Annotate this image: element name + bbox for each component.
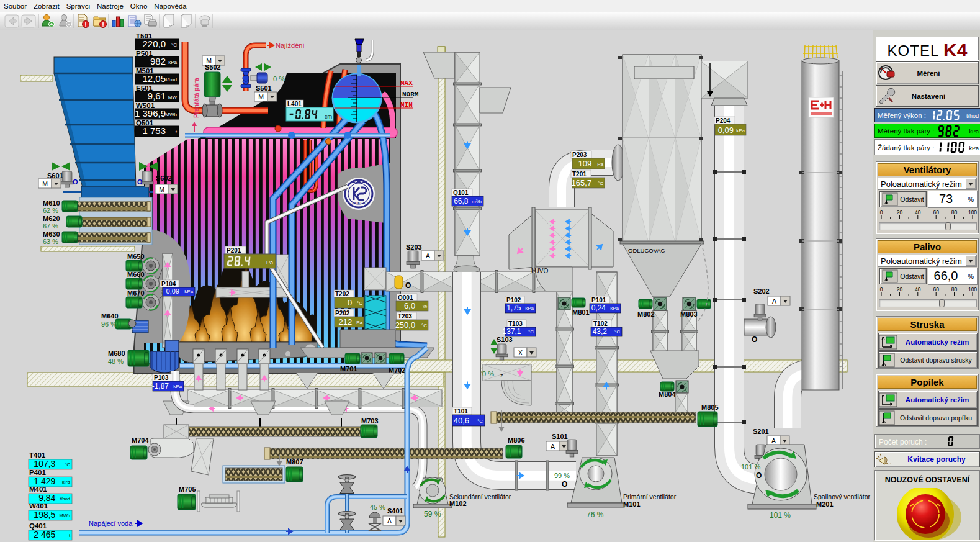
svg-text:1 396,9: 1 396,9 [135,108,166,119]
svg-text:0: 0 [348,298,352,307]
svg-text:M701: M701 [340,365,357,373]
svg-text:43,2: 43,2 [593,327,608,336]
svg-text:LUVO: LUVO [531,268,548,274]
svg-text:P203: P203 [572,151,587,158]
svg-text:Primární ventilátor: Primární ventilátor [623,493,677,500]
svg-text:A: A [772,297,776,305]
svg-text:t/hod: t/hod [60,496,70,502]
svg-text:S601: S601 [47,172,63,179]
svg-text:M: M [42,180,48,187]
svg-text:-1,87: -1,87 [152,382,169,391]
svg-text:40,6: 40,6 [454,416,469,425]
svg-text:MAX: MAX [400,79,413,87]
svg-text:S502: S502 [205,63,221,71]
svg-text:kPa: kPa [62,479,71,485]
svg-text:40: 40 [915,209,921,215]
svg-text:Najíždění: Najíždění [276,42,304,49]
svg-text:L401: L401 [287,101,302,107]
svg-text:kPa: kPa [173,384,182,389]
svg-text:198,5: 198,5 [34,510,55,520]
svg-text:W401: W401 [29,502,48,510]
svg-text:°C: °C [598,181,603,186]
svg-text:M801: M801 [572,309,590,316]
svg-text:O: O [752,335,757,344]
svg-text:M610: M610 [43,199,60,207]
svg-text:212: 212 [338,317,352,327]
svg-text:T201: T201 [572,171,587,178]
svg-text:O: O [562,480,567,489]
svg-text:250,0: 250,0 [395,320,416,330]
svg-text:M640: M640 [101,312,119,320]
svg-text:107,3: 107,3 [34,459,55,469]
svg-text:60: 60 [933,209,939,215]
svg-text:MW: MW [168,94,178,100]
svg-text:2 465: 2 465 [34,530,55,540]
svg-text:M620: M620 [43,215,60,222]
svg-text:°C: °C [357,300,362,306]
svg-text:T401: T401 [29,451,46,459]
svg-text:100: 100 [968,286,977,292]
svg-text:T103: T103 [508,320,523,327]
svg-text:9,84: 9,84 [38,493,55,503]
svg-text:101 %: 101 % [741,463,760,471]
svg-text:S401: S401 [387,507,403,515]
svg-text:kPa: kPa [736,128,745,133]
svg-text:kPa: kPa [610,305,619,311]
svg-text:1 753: 1 753 [142,125,166,136]
svg-text:S202: S202 [753,287,770,295]
svg-text:P204: P204 [716,117,731,124]
svg-text:P102: P102 [506,297,521,304]
svg-text:40: 40 [915,286,921,292]
svg-text:67 %: 67 % [43,222,58,230]
svg-text:165,7: 165,7 [572,178,592,187]
svg-text:M807: M807 [286,458,303,466]
svg-text:T203: T203 [398,313,412,320]
svg-text:°C: °C [477,418,483,424]
svg-text:Q101: Q101 [453,189,469,196]
svg-text:48 %: 48 % [108,358,124,365]
svg-text:M670: M670 [127,289,145,297]
svg-text:O: O [405,281,411,290]
svg-text:ODLUČOVAČ: ODLUČOVAČ [628,247,665,254]
svg-text:0: 0 [880,286,883,292]
svg-text:M201: M201 [816,500,834,508]
svg-text:MWh: MWh [60,513,71,518]
svg-text:Pa: Pa [266,260,273,266]
svg-text:°C: °C [421,323,427,328]
svg-text:Q401: Q401 [29,522,47,530]
svg-text:M: M [159,186,164,193]
svg-text:Napájecí voda: Napájecí voda [89,520,133,527]
svg-text:0,09: 0,09 [166,287,179,295]
svg-text:M630: M630 [43,230,60,238]
svg-text:S101: S101 [552,433,568,440]
svg-text:A: A [426,252,430,260]
svg-text:0 %: 0 % [482,370,494,377]
svg-text:O: O [73,178,78,186]
svg-text:A: A [771,437,776,445]
svg-text:M102: M102 [449,500,467,507]
svg-text:M806: M806 [508,436,525,444]
svg-text:59 %: 59 % [424,510,441,518]
svg-text:45 %: 45 % [370,504,385,511]
svg-text:T102: T102 [593,320,608,327]
svg-text:M803: M803 [680,310,698,318]
svg-text:62 %: 62 % [43,207,58,214]
svg-text:A: A [551,443,555,450]
svg-text:O001: O001 [398,294,413,301]
svg-text:kPa: kPa [525,305,534,311]
svg-text:kPa: kPa [184,289,193,294]
svg-text:1 429: 1 429 [34,476,55,486]
svg-text:P201: P201 [227,247,241,254]
svg-text:S602: S602 [156,174,172,182]
svg-text:99 %: 99 % [554,472,570,479]
svg-text:M805: M805 [701,404,719,411]
svg-text:M101: M101 [623,500,641,508]
svg-text:P202: P202 [335,310,350,317]
svg-text:cm: cm [325,114,332,120]
svg-text:66,8: 66,8 [454,197,469,206]
svg-text:M401: M401 [29,486,47,493]
svg-text:0,24: 0,24 [591,304,606,312]
svg-text:Spalinový ventilátor: Spalinový ventilátor [814,493,871,500]
svg-text:M703: M703 [361,417,379,425]
svg-text:12,05: 12,05 [142,73,166,84]
